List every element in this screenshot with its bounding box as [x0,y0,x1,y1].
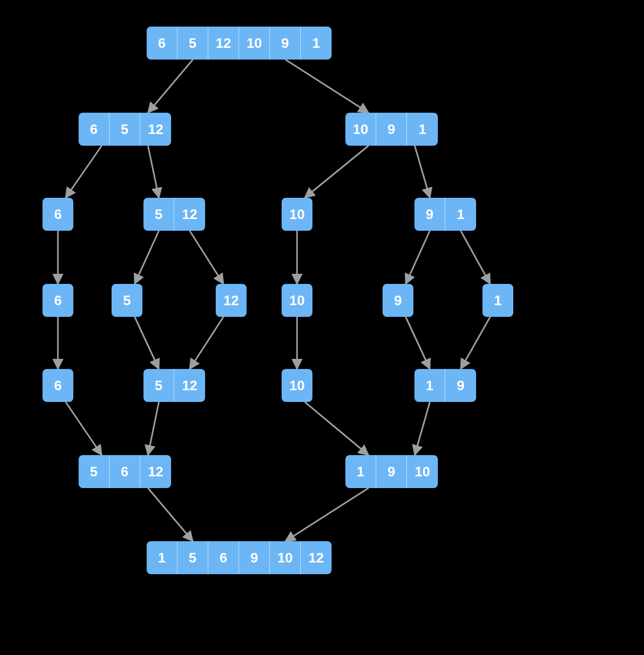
cell: 5 [143,198,174,231]
cell: 1 [445,198,476,231]
array-node-l4_c: 10 [282,369,312,402]
cell: 5 [79,455,109,488]
arrow [148,402,159,455]
cell: 10 [407,455,438,488]
cell: 5 [112,284,142,317]
array-node-final: 15691012 [147,541,332,574]
array-node-l2_d: 91 [414,198,476,231]
cell: 9 [376,455,407,488]
array-node-l3_b2: 12 [216,284,247,317]
cell: 12 [301,541,332,574]
cell: 5 [109,113,140,146]
cell: 12 [174,198,205,231]
cell: 10 [282,284,312,317]
cell: 1 [482,284,513,317]
array-node-l1R: 1091 [345,113,438,146]
cell: 10 [270,541,301,574]
cell: 1 [345,455,376,488]
cell: 9 [239,541,270,574]
cell: 12 [174,369,205,402]
cell: 6 [208,541,239,574]
cell: 12 [216,284,247,317]
arrow [461,317,490,369]
arrow [190,317,224,369]
cell: 6 [79,113,109,146]
arrow [148,146,159,198]
arrow [135,231,159,284]
cell: 10 [345,113,376,146]
cell: 6 [147,27,177,60]
array-node-l3_d1: 9 [383,284,413,317]
cell: 1 [407,113,438,146]
cell: 1 [414,369,445,402]
array-node-l5_L: 5612 [79,455,171,488]
cell: 9 [445,369,476,402]
cell: 5 [143,369,174,402]
cell: 6 [109,455,140,488]
arrow [415,146,430,198]
array-node-l3_a: 6 [43,284,73,317]
cell: 9 [414,198,445,231]
array-node-l3_b1: 5 [112,284,142,317]
arrow [66,146,102,198]
arrow [285,60,369,113]
cell: 12 [140,455,171,488]
cell: 6 [43,369,73,402]
array-node-l3_d2: 1 [482,284,513,317]
arrow [406,231,430,284]
cell: 1 [147,541,177,574]
arrow [305,402,369,455]
cell: 5 [177,27,208,60]
arrow [406,317,430,369]
cell: 10 [239,27,270,60]
arrow [305,146,369,198]
arrow [415,402,430,455]
cell: 6 [43,284,73,317]
array-node-l3_c: 10 [282,284,312,317]
array-node-l2_b: 512 [143,198,205,231]
array-node-l2_c: 10 [282,198,312,231]
array-node-root: 65121091 [147,27,332,60]
array-node-l2_a: 6 [43,198,73,231]
array-node-l4_a: 6 [43,369,73,402]
arrow [135,317,159,369]
arrow [66,402,102,455]
array-node-l5_R: 1910 [345,455,438,488]
cell: 9 [270,27,301,60]
cell: 1 [301,27,332,60]
cell: 12 [140,113,171,146]
cell: 6 [43,198,73,231]
arrow [148,60,193,113]
cell: 5 [177,541,208,574]
array-node-l1L: 6512 [79,113,171,146]
cell: 12 [208,27,239,60]
cell: 10 [282,198,312,231]
arrow [461,231,490,284]
arrow [190,231,224,284]
arrow [285,488,369,541]
array-node-l4_d: 19 [414,369,476,402]
cell: 10 [282,369,312,402]
cell: 9 [376,113,407,146]
cell: 9 [383,284,413,317]
array-node-l4_b: 512 [143,369,205,402]
arrow [148,488,193,541]
